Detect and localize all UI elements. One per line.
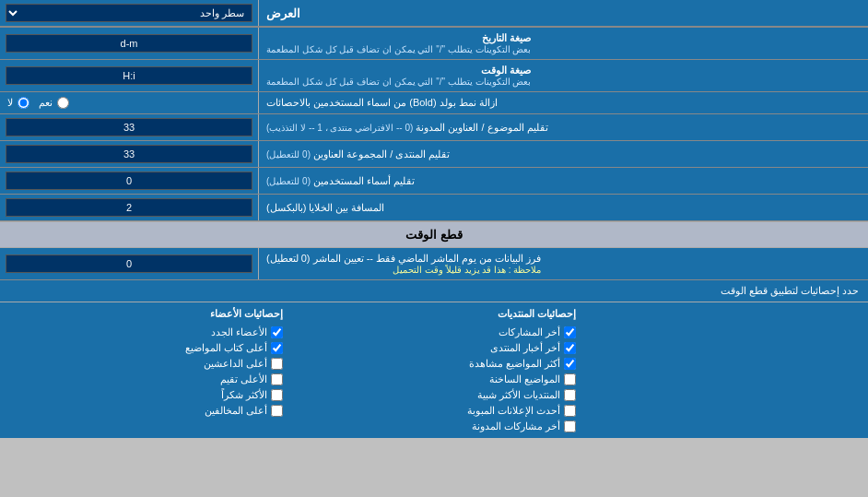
bold-remove-radio-group: نعم لا (0, 92, 258, 113)
cb-last-news-input[interactable] (564, 342, 576, 354)
date-format-input[interactable]: d-m (6, 34, 252, 53)
time-format-input[interactable]: H:i (6, 66, 252, 85)
cb-top-rated-input[interactable] (271, 373, 283, 385)
cb-most-viewed-input[interactable] (564, 358, 576, 370)
display-select[interactable]: سطر واحد سطرين ثلاثة أسطر (6, 4, 252, 22)
member-stats-title: إحصائيات الأعضاء (9, 308, 283, 320)
stats-label-area (576, 308, 859, 432)
cb-hot-topics: المواضيع الساخنة (301, 373, 575, 385)
cb-last-posts-input[interactable] (564, 326, 576, 338)
spacing-input-container: 2 (0, 195, 258, 220)
forum-stats-col: إحصائيات المنتديات أخر المشاركات أخر أخب… (301, 308, 575, 432)
cb-new-members-input[interactable] (271, 326, 283, 338)
cb-most-thanked: الأكثر شكراً (9, 389, 283, 401)
topics-trim-input[interactable]: 33 (6, 118, 252, 136)
bold-remove-label: ازالة نمط بولد (Bold) من اسماء المستخدمي… (258, 92, 868, 113)
cb-top-rated: الأعلى تقيم (9, 373, 283, 385)
radio-yes-label: نعم (39, 97, 71, 109)
cb-last-posts: أخر المشاركات (301, 326, 575, 338)
cb-last-blog-input[interactable] (564, 420, 576, 432)
forum-stats-title: إحصائيات المنتديات (301, 308, 575, 320)
cb-top-topic-writers-input[interactable] (271, 342, 283, 354)
time-format-label: صيغة الوقت بعض التكوينات يتطلب "/" التي … (258, 60, 868, 91)
cutoff-section-header: قطع الوقت (0, 221, 868, 248)
radio-no[interactable] (18, 97, 29, 109)
checkboxes-area: إحصائيات المنتديات أخر المشاركات أخر أخب… (0, 302, 868, 438)
spacing-input[interactable]: 2 (6, 198, 252, 217)
cb-top-offenders: أعلى المخالفين (9, 405, 283, 417)
cb-last-blog: أخر مشاركات المدونة (301, 420, 575, 432)
cutoff-label: فرز البيانات من يوم الماشر الماضي فقط --… (258, 248, 868, 279)
cutoff-input[interactable]: 0 (6, 254, 252, 273)
cb-most-viewed: أكثر المواضيع مشاهدة (301, 358, 575, 370)
cb-top-posters-input[interactable] (271, 358, 283, 370)
cb-latest-ads-input[interactable] (564, 405, 576, 417)
users-trim-label: تقليم أسماء المستخدمين (0 للتعطيل) (258, 168, 868, 194)
radio-no-label: لا (7, 97, 31, 109)
users-trim-input[interactable]: 0 (6, 172, 252, 190)
cb-new-members: الأعضاء الجدد (9, 326, 283, 338)
display-select-container: سطر واحد سطرين ثلاثة أسطر (0, 0, 258, 26)
date-format-input-container: d-m (0, 28, 258, 59)
topics-trim-input-container: 33 (0, 114, 258, 140)
member-stats-col: إحصائيات الأعضاء الأعضاء الجدد أعلى كتاب… (9, 308, 283, 432)
stats-limit-label: حدد إحصائيات لتطبيق قطع الوقت (0, 280, 868, 302)
date-format-label: صيغة التاريخ بعض التكوينات يتطلب "/" الت… (258, 28, 868, 59)
forum-trim-input-container: 33 (0, 141, 258, 167)
cb-last-news: أخر أخبار المنتدى (301, 342, 575, 354)
cb-top-offenders-input[interactable] (271, 405, 283, 417)
cb-similar-forums: المنتديات الأكثر شبية (301, 389, 575, 401)
forum-trim-input[interactable]: 33 (6, 145, 252, 163)
cutoff-input-container: 0 (0, 248, 258, 279)
topics-trim-label: تقليم الموضوع / العناوين المدونة (0 -- ا… (258, 114, 868, 140)
display-label: العرض (258, 0, 868, 26)
radio-yes[interactable] (57, 97, 69, 109)
spacing-label: المسافة بين الخلايا (بالبكسل) (258, 195, 868, 220)
cb-hot-topics-input[interactable] (564, 373, 576, 385)
time-format-input-container: H:i (0, 60, 258, 91)
cb-similar-forums-input[interactable] (564, 389, 576, 401)
cb-most-thanked-input[interactable] (271, 389, 283, 401)
cb-latest-ads: أحدث الإعلانات المبوبة (301, 405, 575, 417)
cb-top-posters: أعلى الداعشين (9, 358, 283, 370)
cb-top-topic-writers: أعلى كتاب المواضيع (9, 342, 283, 354)
users-trim-input-container: 0 (0, 168, 258, 194)
forum-trim-label: تقليم المنتدى / المجموعة العناوين (0 للت… (258, 141, 868, 167)
